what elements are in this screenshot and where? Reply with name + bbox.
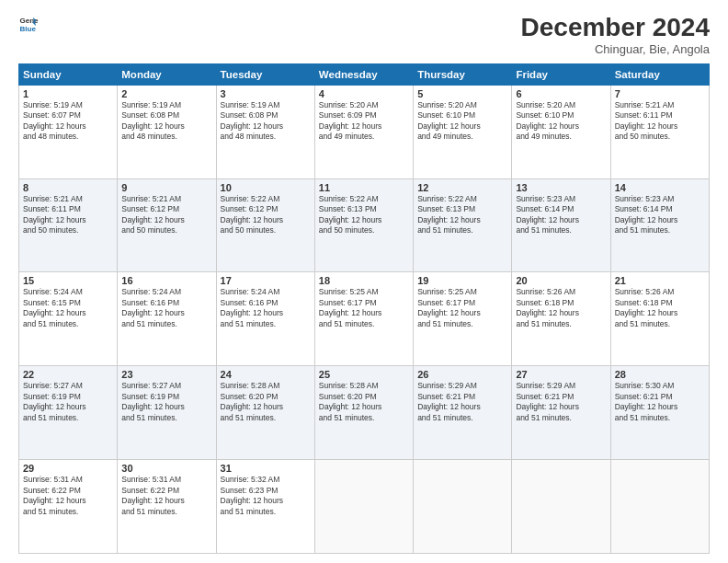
table-row: 20Sunrise: 5:26 AMSunset: 6:18 PMDayligh… — [512, 272, 610, 366]
day-number: 15 — [23, 275, 113, 286]
day-number: 20 — [516, 275, 606, 286]
calendar-week-row: 22Sunrise: 5:27 AMSunset: 6:19 PMDayligh… — [19, 366, 710, 460]
day-number: 29 — [23, 463, 113, 474]
day-number: 2 — [121, 88, 211, 99]
table-row: 21Sunrise: 5:26 AMSunset: 6:18 PMDayligh… — [610, 272, 709, 366]
day-info: Sunrise: 5:28 AMSunset: 6:20 PMDaylight:… — [319, 381, 409, 423]
day-number: 8 — [23, 182, 113, 193]
day-info: Sunrise: 5:20 AMSunset: 6:10 PMDaylight:… — [417, 100, 507, 143]
table-row: 1Sunrise: 5:19 AMSunset: 6:07 PMDaylight… — [19, 85, 118, 178]
day-number: 24 — [221, 369, 311, 380]
main-title: December 2024 — [521, 14, 710, 42]
logo: General Blue — [18, 14, 39, 34]
day-number: 16 — [121, 275, 211, 286]
day-info: Sunrise: 5:31 AMSunset: 6:22 PMDaylight:… — [23, 475, 113, 517]
day-number: 23 — [121, 369, 211, 380]
day-info: Sunrise: 5:21 AMSunset: 6:11 PMDaylight:… — [23, 194, 113, 236]
table-row: 17Sunrise: 5:24 AMSunset: 6:16 PMDayligh… — [216, 272, 314, 366]
day-info: Sunrise: 5:30 AMSunset: 6:21 PMDaylight:… — [615, 381, 705, 423]
day-info: Sunrise: 5:23 AMSunset: 6:14 PMDaylight:… — [516, 194, 606, 236]
calendar-header-row: Sunday Monday Tuesday Wednesday Thursday… — [19, 63, 710, 85]
day-info: Sunrise: 5:22 AMSunset: 6:13 PMDaylight:… — [417, 194, 507, 236]
day-info: Sunrise: 5:19 AMSunset: 6:07 PMDaylight:… — [23, 100, 113, 143]
day-info: Sunrise: 5:29 AMSunset: 6:21 PMDaylight:… — [516, 381, 606, 423]
page: General Blue December 2024 Chinguar, Bie… — [0, 0, 728, 563]
table-row: 14Sunrise: 5:23 AMSunset: 6:14 PMDayligh… — [610, 178, 709, 272]
day-info: Sunrise: 5:25 AMSunset: 6:17 PMDaylight:… — [319, 287, 409, 329]
day-info: Sunrise: 5:24 AMSunset: 6:16 PMDaylight:… — [121, 287, 211, 329]
col-tuesday: Tuesday — [216, 63, 314, 85]
day-info: Sunrise: 5:21 AMSunset: 6:11 PMDaylight:… — [615, 100, 705, 143]
table-row: 13Sunrise: 5:23 AMSunset: 6:14 PMDayligh… — [512, 178, 610, 272]
header: General Blue December 2024 Chinguar, Bie… — [18, 14, 710, 56]
calendar-week-row: 8Sunrise: 5:21 AMSunset: 6:11 PMDaylight… — [19, 178, 710, 272]
table-row: 4Sunrise: 5:20 AMSunset: 6:09 PMDaylight… — [314, 85, 413, 178]
table-row: 6Sunrise: 5:20 AMSunset: 6:10 PMDaylight… — [512, 85, 610, 178]
table-row: 24Sunrise: 5:28 AMSunset: 6:20 PMDayligh… — [216, 366, 314, 460]
table-row: 23Sunrise: 5:27 AMSunset: 6:19 PMDayligh… — [118, 366, 216, 460]
day-info: Sunrise: 5:27 AMSunset: 6:19 PMDaylight:… — [121, 381, 211, 423]
day-number: 18 — [319, 275, 409, 286]
subtitle: Chinguar, Bie, Angola — [521, 42, 710, 56]
day-info: Sunrise: 5:20 AMSunset: 6:10 PMDaylight:… — [516, 100, 606, 143]
day-info: Sunrise: 5:22 AMSunset: 6:12 PMDaylight:… — [221, 194, 311, 236]
day-info: Sunrise: 5:32 AMSunset: 6:23 PMDaylight:… — [221, 475, 311, 517]
day-number: 27 — [516, 369, 606, 380]
day-number: 14 — [615, 182, 705, 193]
table-row: 22Sunrise: 5:27 AMSunset: 6:19 PMDayligh… — [19, 366, 118, 460]
day-info: Sunrise: 5:26 AMSunset: 6:18 PMDaylight:… — [516, 287, 606, 329]
day-info: Sunrise: 5:26 AMSunset: 6:18 PMDaylight:… — [615, 287, 705, 329]
table-row: 10Sunrise: 5:22 AMSunset: 6:12 PMDayligh… — [216, 178, 314, 272]
table-row: 31Sunrise: 5:32 AMSunset: 6:23 PMDayligh… — [216, 460, 314, 554]
table-row — [414, 460, 512, 554]
calendar-week-row: 29Sunrise: 5:31 AMSunset: 6:22 PMDayligh… — [19, 460, 710, 554]
day-info: Sunrise: 5:19 AMSunset: 6:08 PMDaylight:… — [121, 100, 211, 143]
calendar-table: Sunday Monday Tuesday Wednesday Thursday… — [18, 63, 710, 554]
day-number: 4 — [319, 88, 409, 99]
day-number: 21 — [615, 275, 705, 286]
day-number: 11 — [319, 182, 409, 193]
day-number: 30 — [121, 463, 211, 474]
day-number: 25 — [319, 369, 409, 380]
table-row: 5Sunrise: 5:20 AMSunset: 6:10 PMDaylight… — [414, 85, 512, 178]
day-number: 28 — [615, 369, 705, 380]
day-number: 31 — [221, 463, 311, 474]
day-info: Sunrise: 5:24 AMSunset: 6:16 PMDaylight:… — [221, 287, 311, 329]
table-row: 25Sunrise: 5:28 AMSunset: 6:20 PMDayligh… — [314, 366, 413, 460]
table-row: 12Sunrise: 5:22 AMSunset: 6:13 PMDayligh… — [414, 178, 512, 272]
col-friday: Friday — [512, 63, 610, 85]
day-info: Sunrise: 5:31 AMSunset: 6:22 PMDaylight:… — [121, 475, 211, 517]
day-number: 6 — [516, 88, 606, 99]
calendar-week-row: 1Sunrise: 5:19 AMSunset: 6:07 PMDaylight… — [19, 85, 710, 178]
day-number: 5 — [417, 88, 507, 99]
logo-icon: General Blue — [18, 14, 39, 34]
table-row: 28Sunrise: 5:30 AMSunset: 6:21 PMDayligh… — [610, 366, 709, 460]
day-number: 1 — [23, 88, 113, 99]
table-row: 7Sunrise: 5:21 AMSunset: 6:11 PMDaylight… — [610, 85, 709, 178]
day-number: 26 — [417, 369, 507, 380]
day-info: Sunrise: 5:25 AMSunset: 6:17 PMDaylight:… — [417, 287, 507, 329]
day-info: Sunrise: 5:29 AMSunset: 6:21 PMDaylight:… — [417, 381, 507, 423]
day-info: Sunrise: 5:20 AMSunset: 6:09 PMDaylight:… — [319, 100, 409, 143]
table-row: 9Sunrise: 5:21 AMSunset: 6:12 PMDaylight… — [118, 178, 216, 272]
col-sunday: Sunday — [19, 63, 118, 85]
day-info: Sunrise: 5:27 AMSunset: 6:19 PMDaylight:… — [23, 381, 113, 423]
day-info: Sunrise: 5:21 AMSunset: 6:12 PMDaylight:… — [121, 194, 211, 236]
day-number: 22 — [23, 369, 113, 380]
day-number: 3 — [221, 88, 311, 99]
day-number: 7 — [615, 88, 705, 99]
day-info: Sunrise: 5:28 AMSunset: 6:20 PMDaylight:… — [221, 381, 311, 423]
title-block: December 2024 Chinguar, Bie, Angola — [521, 14, 710, 56]
day-info: Sunrise: 5:19 AMSunset: 6:08 PMDaylight:… — [221, 100, 311, 143]
table-row: 26Sunrise: 5:29 AMSunset: 6:21 PMDayligh… — [414, 366, 512, 460]
table-row: 27Sunrise: 5:29 AMSunset: 6:21 PMDayligh… — [512, 366, 610, 460]
day-number: 17 — [221, 275, 311, 286]
col-wednesday: Wednesday — [314, 63, 413, 85]
day-info: Sunrise: 5:22 AMSunset: 6:13 PMDaylight:… — [319, 194, 409, 236]
table-row: 3Sunrise: 5:19 AMSunset: 6:08 PMDaylight… — [216, 85, 314, 178]
day-number: 9 — [121, 182, 211, 193]
table-row: 2Sunrise: 5:19 AMSunset: 6:08 PMDaylight… — [118, 85, 216, 178]
calendar-week-row: 15Sunrise: 5:24 AMSunset: 6:15 PMDayligh… — [19, 272, 710, 366]
table-row: 8Sunrise: 5:21 AMSunset: 6:11 PMDaylight… — [19, 178, 118, 272]
day-number: 19 — [417, 275, 507, 286]
